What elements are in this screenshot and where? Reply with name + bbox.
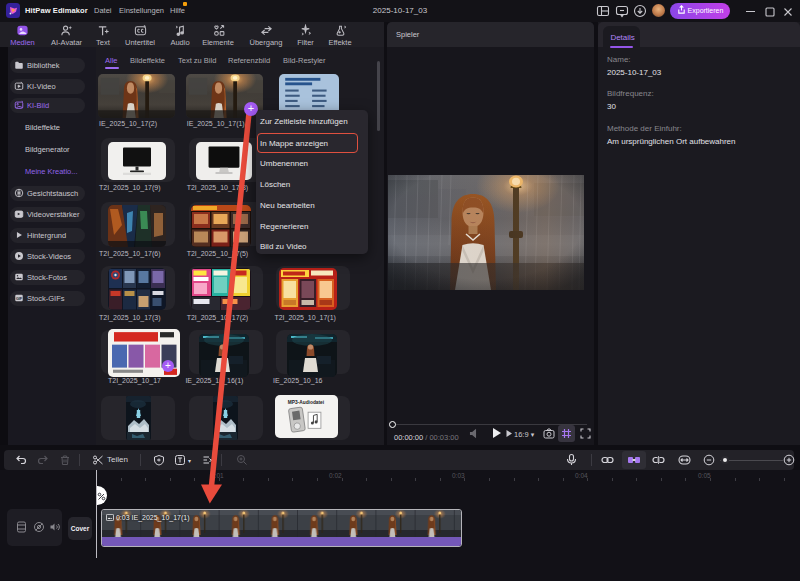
svg-text:GIF: GIF: [16, 296, 23, 300]
